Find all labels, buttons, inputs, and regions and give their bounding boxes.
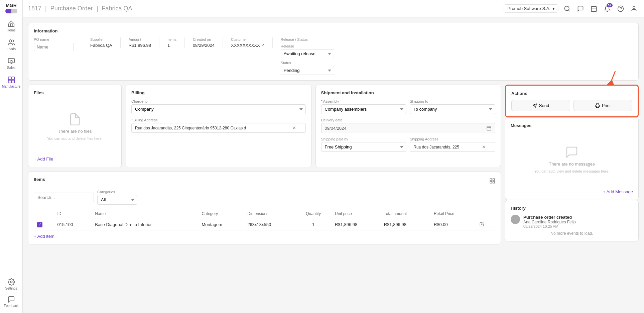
- add-file-label: + Add File: [34, 156, 53, 162]
- mid-row: Files There are no files You can add and…: [28, 85, 501, 167]
- shipment-form: Assembly Company assemblers Shipping to …: [321, 99, 496, 152]
- sidebar-item-leads-label: Leads: [7, 47, 16, 51]
- send-button[interactable]: Send: [511, 100, 570, 111]
- supplier-value: Fabrica QA: [90, 43, 112, 48]
- row-id: 015.100: [54, 219, 92, 230]
- shipment-title: Shipment and Installation: [321, 90, 496, 95]
- info-col-supplier: Supplier Fabrica QA: [90, 37, 121, 48]
- created-value: 08/29/2024: [193, 43, 215, 48]
- shipping-paid-by-group: Shipping paid by Free Shipping: [321, 137, 407, 152]
- breadcrumb-sep2: |: [97, 5, 98, 12]
- billing-address-clear-icon[interactable]: ✕: [292, 125, 296, 130]
- billing-address-input[interactable]: Rua dos Jacarandás, 225 Cinquentenário 9…: [131, 123, 306, 133]
- print-button[interactable]: Print: [573, 100, 632, 111]
- shipping-paid-by-select[interactable]: Free Shipping: [321, 142, 407, 152]
- page-type: Purchase Order: [50, 5, 93, 12]
- row-total-amount: R$1,896.98: [381, 219, 430, 230]
- history-panel: History Purchase order created Ana Carol…: [505, 200, 639, 241]
- messages-empty-sub: You can add, view and delete messages he…: [534, 169, 610, 173]
- user-button[interactable]: [629, 4, 639, 13]
- sidebar-item-manufacture[interactable]: Manufacture: [1, 74, 21, 91]
- row-quantity: 1: [295, 219, 332, 230]
- help-icon: [617, 5, 624, 12]
- shipping-address-input[interactable]: Rua dos Jacarandás, 225 ✕: [410, 142, 495, 152]
- add-file-button[interactable]: + Add File: [34, 156, 116, 162]
- sidebar-item-home[interactable]: Home: [1, 17, 21, 35]
- customer-value: XXXXXXXXXX: [231, 43, 260, 48]
- logo-bar: [5, 9, 17, 13]
- billing-title: Billing: [131, 90, 306, 95]
- shipping-address-label: Shipping Address: [410, 137, 495, 141]
- history-avatar: [511, 215, 520, 224]
- shipment-row2: Shipping paid by Free Shipping Shipping …: [321, 137, 496, 152]
- files-panel: Files There are no files You can add and…: [28, 85, 122, 167]
- col-quantity: Quantity: [295, 209, 332, 219]
- add-item-button[interactable]: + Add item: [34, 234, 495, 239]
- svg-rect-27: [596, 106, 599, 108]
- external-link-icon[interactable]: ↗: [261, 43, 264, 47]
- info-grid: PO name Supplier Fabrica QA Amount R$1,8…: [34, 37, 633, 75]
- company-selector[interactable]: Promob Software S.A. ▾: [504, 4, 558, 13]
- assembly-select[interactable]: Company assemblers: [321, 104, 407, 114]
- search-button[interactable]: [562, 4, 572, 13]
- add-message-button[interactable]: + Add Message: [603, 189, 633, 194]
- main-content: 1817 | Purchase Order | Fabrica QA Promo…: [23, 0, 644, 313]
- shipping-to-label: Shipping to: [410, 99, 495, 103]
- company-name: Promob Software S.A.: [507, 6, 550, 11]
- sidebar-item-home-label: Home: [7, 28, 16, 32]
- sidebar-item-sales[interactable]: Sales: [1, 55, 21, 72]
- shipping-to-select[interactable]: To company: [410, 104, 495, 114]
- items-search-input[interactable]: [34, 193, 94, 202]
- delivery-date-group: Delivery date 09/04/2024: [321, 118, 496, 133]
- messages-panel: Messages There are no messages You can a…: [505, 117, 639, 200]
- row-category: Montagem: [198, 219, 244, 230]
- messages-empty-text: There are no messages: [549, 162, 595, 167]
- svg-rect-22: [493, 182, 495, 183]
- breadcrumb-sep1: |: [45, 5, 47, 12]
- billing-address-value: Rua dos Jacarandás, 225 Cinquentenário 9…: [135, 126, 292, 130]
- po-name-input[interactable]: [34, 43, 74, 51]
- billing-address-group: Billing Address Rua dos Jacarandás, 225 …: [131, 118, 306, 133]
- shipping-address-clear-icon[interactable]: ✕: [482, 144, 486, 149]
- actions-panel: Actions Send Print: [505, 85, 639, 117]
- created-label: Created on: [193, 37, 215, 41]
- notifications-button[interactable]: 5+: [603, 4, 612, 13]
- sidebar-item-feedback[interactable]: Feedback: [1, 293, 21, 310]
- charge-to-select[interactable]: Company: [131, 104, 306, 114]
- categories-label: Categories: [97, 190, 137, 194]
- sidebar-item-sales-label: Sales: [7, 66, 15, 70]
- files-title: Files: [34, 90, 116, 95]
- row-dimensions: 263x18x550: [244, 219, 295, 230]
- page-number: 1817: [28, 5, 41, 12]
- categories-select[interactable]: All: [97, 195, 137, 205]
- col-retail-price: Retail Price: [430, 209, 476, 219]
- page-breadcrumb: 1817 | Purchase Order | Fabrica QA: [28, 5, 501, 12]
- delivery-date-input[interactable]: 09/04/2024: [321, 123, 496, 133]
- release-select[interactable]: Awaiting release: [281, 49, 334, 58]
- status-select[interactable]: Pending: [281, 66, 334, 75]
- charge-to-label: Charge to: [131, 99, 306, 103]
- calendar-small-icon: [486, 125, 492, 131]
- calendar-button[interactable]: [589, 4, 599, 13]
- sidebar-item-manufacture-label: Manufacture: [2, 85, 21, 88]
- svg-rect-19: [490, 179, 492, 180]
- col-dimensions: Dimensions: [244, 209, 295, 219]
- help-button[interactable]: [616, 4, 625, 13]
- sidebar-item-settings[interactable]: Settings: [1, 276, 21, 293]
- col-check: [34, 209, 54, 219]
- home-icon: [8, 20, 15, 27]
- feedback-icon: [8, 296, 15, 303]
- row-edit[interactable]: [476, 219, 495, 230]
- sidebar-item-settings-label: Settings: [5, 287, 17, 290]
- po-name-label: PO name: [34, 37, 74, 41]
- messages-button[interactable]: [576, 4, 585, 13]
- outer-main: Files There are no files You can add and…: [28, 85, 501, 244]
- col-id: ID: [54, 209, 92, 219]
- col-total-amount: Total amount: [381, 209, 430, 219]
- sidebar-item-leads[interactable]: Leads: [1, 36, 21, 54]
- checkbox-icon[interactable]: [37, 222, 42, 227]
- billing-form: Charge to Company Billing Address Rua do…: [131, 99, 306, 133]
- items-layout-icon[interactable]: [489, 178, 495, 185]
- row-checkbox[interactable]: [34, 219, 54, 230]
- topbar: 1817 | Purchase Order | Fabrica QA Promo…: [23, 0, 644, 17]
